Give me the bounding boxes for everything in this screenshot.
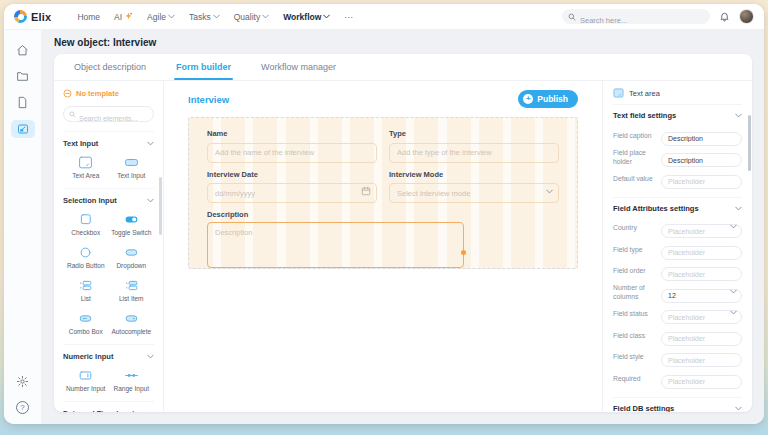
element-list[interactable]: List: [63, 279, 109, 302]
rail-home-button[interactable]: [16, 44, 29, 57]
form-field-interview-date[interactable]: Interview Date: [207, 170, 377, 204]
interview-date-input[interactable]: [207, 183, 377, 203]
form-title: Interview: [188, 94, 229, 105]
nav-agile[interactable]: Agile: [147, 12, 175, 22]
rail-projects-button[interactable]: [16, 70, 29, 83]
form-builder-icon: [17, 123, 29, 135]
form-field-type[interactable]: Type: [389, 129, 559, 163]
elements-search-input[interactable]: [64, 112, 153, 126]
topbar-right: [562, 9, 754, 24]
field-class-input[interactable]: [661, 332, 742, 346]
notifications-button[interactable]: [719, 11, 730, 22]
tab-form-builder[interactable]: Form builder: [174, 56, 233, 80]
folder-icon: [16, 70, 29, 83]
field-placeholder-input[interactable]: [661, 153, 742, 167]
field-type-input[interactable]: [661, 246, 742, 260]
nav-more[interactable]: ⋯: [344, 12, 353, 22]
section-header[interactable]: Text Input: [63, 139, 154, 148]
rail-settings-button[interactable]: [16, 375, 29, 388]
element-checkbox[interactable]: Checkbox: [63, 213, 109, 236]
minus-circle-icon: [63, 89, 72, 98]
page-title: New object: Interview: [42, 30, 764, 54]
form-field-name[interactable]: Name: [207, 129, 377, 163]
no-template-badge: No template: [63, 89, 154, 98]
description-textarea[interactable]: [207, 222, 464, 268]
element-list-item[interactable]: List Item: [109, 279, 155, 302]
search-icon: [568, 13, 576, 21]
global-search-input[interactable]: [562, 13, 710, 28]
form-field-description[interactable]: Description: [207, 210, 559, 272]
calendar-icon: [361, 186, 371, 196]
section-header[interactable]: Field DB settings: [613, 404, 742, 413]
nav-quality[interactable]: Quality: [234, 12, 269, 22]
form-canvas-grid[interactable]: Name Type Interview Date: [188, 117, 578, 269]
gear-icon: [16, 375, 29, 388]
setting-row-field-class: Field class: [613, 327, 742, 346]
interview-mode-select[interactable]: [389, 183, 559, 203]
elements-scrollbar[interactable]: [159, 177, 162, 235]
settings-scrollbar[interactable]: [748, 115, 751, 171]
element-toggle-switch[interactable]: Toggle Switch: [109, 213, 155, 236]
chevron-down-icon: [730, 224, 737, 229]
section-header[interactable]: Selection Input: [63, 196, 154, 205]
field-db-settings-section: Field DB settings Foreign DB field name: [613, 404, 742, 413]
publish-button[interactable]: + Publish: [518, 90, 578, 108]
elix-logo[interactable]: Elix: [14, 10, 51, 23]
tab-workflow-manager[interactable]: Workflow manager: [259, 56, 338, 80]
section-numeric-input: Numeric Input Number Input R: [63, 344, 154, 392]
elements-search[interactable]: [63, 106, 154, 122]
setting-row-field-order: Field order: [613, 263, 742, 282]
form-canvas-area: Interview + Publish Name: [164, 81, 602, 412]
tab-object-description[interactable]: Object description: [72, 56, 148, 80]
element-dropdown[interactable]: Dropdown: [109, 246, 155, 269]
chevron-down-icon: [730, 310, 737, 315]
type-input[interactable]: [389, 143, 559, 163]
name-input[interactable]: [207, 143, 377, 163]
required-input[interactable]: [661, 375, 742, 389]
icon-rail: ?: [4, 30, 42, 424]
chevron-down-icon: [730, 289, 737, 294]
chevron-down-icon: [213, 14, 220, 19]
chevron-down-icon: [735, 406, 742, 411]
field-settings-panel: Text area Text field settings Field capt…: [602, 81, 752, 412]
app-window: Elix Home AI Agile Tasks Quality Workflo…: [4, 4, 764, 424]
element-number-input[interactable]: Number Input: [63, 369, 109, 392]
user-avatar[interactable]: [739, 9, 754, 24]
element-text-area[interactable]: Text Area: [63, 156, 109, 179]
help-icon[interactable]: ?: [16, 401, 29, 414]
text-field-settings-section: Text field settings Field caption Field …: [613, 111, 742, 198]
radio-button-icon: [78, 246, 93, 259]
field-order-input[interactable]: [661, 267, 742, 281]
section-header[interactable]: Date and Time Input: [63, 409, 154, 412]
text-area-icon: [613, 88, 624, 98]
field-caption-input[interactable]: [661, 132, 742, 146]
text-input-icon: [124, 156, 139, 169]
nav-tasks[interactable]: Tasks: [189, 12, 220, 22]
plus-icon: +: [523, 94, 533, 104]
setting-row-field-style: Field style: [613, 349, 742, 368]
setting-row-field-status: Field status: [613, 306, 742, 325]
default-value-input[interactable]: [661, 175, 742, 189]
rail-form-builder-button[interactable]: [11, 120, 35, 138]
resize-handle[interactable]: [461, 250, 466, 255]
element-combo-box[interactable]: Combo Box: [63, 312, 109, 335]
element-range-input[interactable]: Range Input: [109, 369, 155, 392]
document-icon: [16, 96, 29, 109]
element-radio-button[interactable]: Radio Button: [63, 246, 109, 269]
range-input-icon: [124, 369, 139, 382]
chevron-down-icon: [147, 141, 154, 146]
main-card: Object description Form builder Workflow…: [54, 54, 752, 412]
section-header[interactable]: Field Attributes settings: [613, 204, 742, 213]
form-field-interview-mode[interactable]: Interview Mode: [389, 170, 559, 204]
chevron-down-icon: [147, 198, 154, 203]
rail-documents-button[interactable]: [16, 96, 29, 109]
element-text-input[interactable]: Text Input: [109, 156, 155, 179]
nav-workflow[interactable]: Workflow: [283, 12, 330, 22]
field-style-input[interactable]: [661, 353, 742, 367]
nav-ai[interactable]: AI: [114, 12, 133, 22]
element-autocomplete[interactable]: Autocomplete: [109, 312, 155, 335]
section-header[interactable]: Numeric Input: [63, 352, 154, 361]
global-search[interactable]: [562, 9, 710, 24]
section-header[interactable]: Text field settings: [613, 111, 742, 120]
nav-home[interactable]: Home: [77, 12, 100, 22]
